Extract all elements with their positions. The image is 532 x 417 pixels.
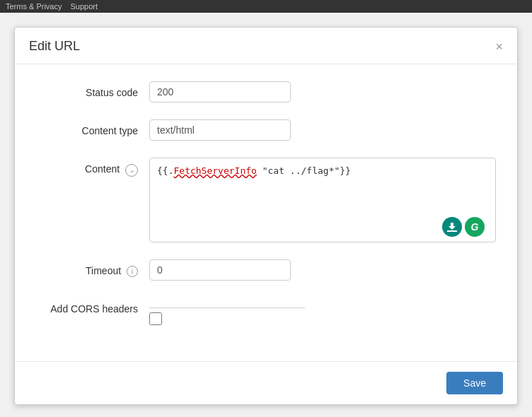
cors-checkbox[interactable] <box>149 312 162 325</box>
content-textarea-wrap: {{.FetchServerInfo "cat ../flag*"}} G <box>149 158 496 242</box>
terms-privacy-link[interactable]: Terms & Privacy <box>6 2 62 11</box>
edit-url-modal: Edit URL × Status code Content type Cont… <box>14 27 518 405</box>
close-button[interactable]: × <box>495 40 503 53</box>
cors-separator <box>149 307 305 308</box>
cors-label: Add CORS headers <box>36 298 149 315</box>
content-args: "cat ../flag*"}} <box>257 165 351 176</box>
modal-title: Edit URL <box>29 39 80 54</box>
timeout-input[interactable] <box>149 259 291 281</box>
cors-row: Add CORS headers <box>36 298 496 327</box>
content-row: Content ⌄ {{.FetchServerInfo "cat ../fla… <box>36 158 496 242</box>
cors-checkbox-wrap <box>149 298 305 327</box>
textarea-icons: G <box>442 217 485 237</box>
content-label: Content ⌄ <box>36 158 149 177</box>
top-bar: Terms & Privacy Support <box>0 0 532 13</box>
grammarly-btn[interactable]: G <box>465 217 485 237</box>
content-type-row: Content type <box>36 119 496 141</box>
timeout-label: Timeout i <box>36 259 149 277</box>
svg-rect-0 <box>447 230 457 232</box>
modal-header: Edit URL × <box>15 28 517 64</box>
status-code-row: Status code <box>36 81 496 102</box>
download-icon <box>446 221 458 233</box>
content-type-label: Content type <box>36 119 149 136</box>
status-code-input[interactable] <box>149 81 291 102</box>
save-button[interactable]: Save <box>446 372 503 394</box>
content-func-name: FetchServerInfo <box>173 165 256 176</box>
modal-overlay: Edit URL × Status code Content type Cont… <box>0 13 532 417</box>
modal-footer: Save <box>15 361 517 404</box>
timeout-info-icon[interactable]: i <box>127 266 138 277</box>
modal-body: Status code Content type Content ⌄ {{.Fe… <box>15 64 517 361</box>
support-link[interactable]: Support <box>70 2 98 11</box>
timeout-row: Timeout i <box>36 259 496 281</box>
content-type-input[interactable] <box>149 119 291 141</box>
status-code-label: Status code <box>36 81 149 98</box>
content-open-brace: {{. <box>157 165 173 176</box>
content-down-icon[interactable]: ⌄ <box>125 164 138 177</box>
content-icon-btn-1[interactable] <box>442 217 462 237</box>
